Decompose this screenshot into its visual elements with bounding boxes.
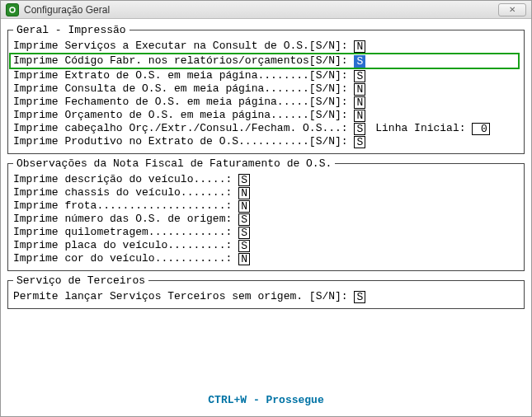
- spacer: [7, 312, 525, 389]
- config-row: Imprime número das O.S. de origem: S: [13, 213, 519, 226]
- value-input[interactable]: S: [238, 240, 250, 252]
- value-input[interactable]: S: [354, 123, 365, 135]
- row-label: Imprime Orçamento de O.S. em meia página…: [13, 109, 354, 122]
- row-label: Imprime Serviços a Executar na Consult d…: [13, 40, 354, 53]
- app-icon: [6, 3, 19, 16]
- content-area: Geral - Impressão Imprime Serviços a Exe…: [1, 19, 531, 416]
- row-label: Imprime cabeçalho Orç./Extr./Consul./Fec…: [13, 122, 354, 135]
- footer-hint: CTRL+W - Prossegue: [7, 389, 525, 413]
- row-label: Imprime Código Fabr. nos relatórios/orça…: [13, 54, 354, 68]
- config-row: Imprime Consulta de O.S. em meia página.…: [13, 82, 519, 96]
- row-label: Imprime Consulta de O.S. em meia página.…: [13, 82, 354, 96]
- config-row: Imprime Código Fabr. nos relatórios/orça…: [9, 53, 520, 69]
- config-row: Imprime Produtivo no Extrato de O.S.....…: [13, 135, 519, 148]
- config-row: Imprime Fechamento de O.S. em meia págin…: [13, 96, 519, 109]
- value-input[interactable]: N: [238, 187, 250, 199]
- row-label: Imprime placa do veículo.........:: [13, 239, 238, 252]
- config-row: Imprime descrição do veículo.....: S: [13, 173, 519, 186]
- row-label: Permite lançar Serviços Terceiros sem or…: [13, 290, 354, 303]
- value-input[interactable]: N: [354, 96, 365, 109]
- extra-value-input[interactable]: 0: [472, 123, 490, 135]
- group-servico-terceiros: Serviço de Terceiros Permite lançar Serv…: [7, 274, 525, 309]
- config-row: Imprime cor do veículo...........: N: [13, 252, 519, 265]
- value-input[interactable]: S: [354, 70, 365, 82]
- value-input[interactable]: S: [238, 213, 250, 226]
- config-row: Imprime placa do veículo.........: S: [13, 239, 519, 252]
- config-row: Permite lançar Serviços Terceiros sem or…: [13, 290, 519, 303]
- config-row: Imprime cabeçalho Orç./Extr./Consul./Fec…: [13, 122, 519, 135]
- window-title: Configuração Geral: [24, 4, 110, 16]
- close-icon: ✕: [509, 5, 516, 14]
- group-legend: Geral - Impressão: [13, 24, 129, 36]
- config-row: Imprime frota....................: N: [13, 199, 519, 213]
- config-row: Imprime Orçamento de O.S. em meia página…: [13, 109, 519, 122]
- config-window: Configuração Geral ✕ Geral - Impressão I…: [0, 0, 532, 417]
- titlebar: Configuração Geral ✕: [1, 1, 531, 19]
- value-input[interactable]: S: [354, 55, 365, 68]
- row-label: Imprime Extrato de O.S. em meia página..…: [13, 69, 354, 82]
- config-row: Imprime Extrato de O.S. em meia página..…: [13, 69, 519, 82]
- value-input[interactable]: S: [238, 227, 250, 239]
- config-row: Imprime chassis do veículo.......: N: [13, 186, 519, 199]
- close-button[interactable]: ✕: [498, 3, 526, 16]
- group-geral-impressao: Geral - Impressão Imprime Serviços a Exe…: [7, 24, 525, 154]
- row-label: Imprime chassis do veículo.......:: [13, 186, 238, 199]
- value-input[interactable]: N: [354, 110, 365, 122]
- row-label: Imprime quilometragem............:: [13, 226, 238, 239]
- group-observacoes-nf: Observações da Nota Fiscal de Faturament…: [7, 157, 525, 271]
- row-label: Imprime Fechamento de O.S. em meia págin…: [13, 96, 354, 109]
- group-legend: Observações da Nota Fiscal de Faturament…: [13, 157, 335, 170]
- value-input[interactable]: N: [238, 253, 250, 265]
- row-label: Imprime descrição do veículo.....:: [13, 173, 238, 186]
- config-row: Imprime Serviços a Executar na Consult d…: [13, 40, 519, 53]
- value-input[interactable]: N: [354, 83, 365, 96]
- config-row: Imprime quilometragem............: S: [13, 226, 519, 239]
- row-label: Imprime número das O.S. de origem:: [13, 213, 238, 226]
- value-input[interactable]: S: [238, 174, 250, 186]
- value-input[interactable]: S: [354, 136, 365, 148]
- value-input[interactable]: S: [354, 291, 365, 303]
- value-input[interactable]: N: [238, 200, 250, 213]
- extra-label: Linha Inicial:: [369, 122, 472, 135]
- value-input[interactable]: N: [354, 40, 365, 53]
- row-label: Imprime cor do veículo...........:: [13, 252, 238, 265]
- titlebar-left: Configuração Geral: [6, 3, 110, 16]
- svg-point-0: [10, 7, 15, 12]
- row-label: Imprime frota....................:: [13, 199, 238, 213]
- group-legend: Serviço de Terceiros: [13, 274, 148, 287]
- row-label: Imprime Produtivo no Extrato de O.S.....…: [13, 135, 354, 148]
